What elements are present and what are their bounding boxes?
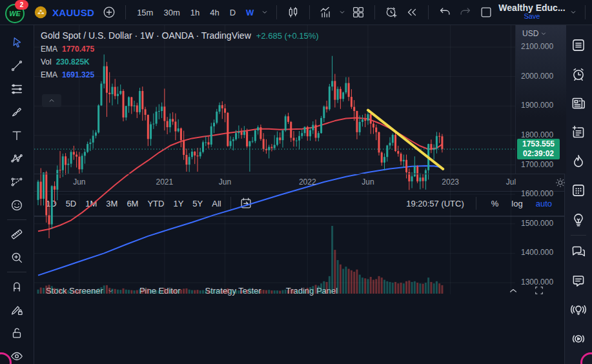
tool-magnet[interactable] (5, 275, 29, 298)
calendar-icon (570, 182, 587, 199)
indicator-label: Vol (41, 57, 52, 66)
interval-button-W[interactable]: W (241, 5, 258, 21)
axis-settings-gear-icon[interactable] (555, 177, 566, 188)
ideas-icon (570, 211, 587, 228)
sidebar-hotlists[interactable] (567, 147, 590, 176)
sidebar-streams[interactable] (567, 324, 590, 353)
indicator-value: 230.825K (56, 57, 90, 66)
layout-select-button[interactable] (476, 3, 496, 22)
candlestick-series (37, 54, 444, 238)
interval-button-4h[interactable]: 4h (205, 5, 223, 21)
indicators-icon (319, 5, 333, 19)
tool-text-tool[interactable] (5, 124, 29, 147)
sidebar-watchlist[interactable] (567, 30, 590, 59)
tool-drawing-lock[interactable] (5, 298, 29, 321)
price-axis-label: 1700.000 (521, 160, 553, 169)
ema-lines (38, 118, 442, 276)
undo-button[interactable] (435, 3, 454, 22)
redo-icon (458, 5, 473, 19)
candles-icon (286, 5, 300, 19)
layout-square-icon (479, 5, 493, 19)
account-menu-button[interactable]: WE 2 (4, 3, 26, 22)
indicators-dropdown-chevron-icon[interactable] (337, 7, 347, 17)
legend-collapse-button[interactable] (42, 94, 61, 107)
time-axis[interactable]: Jun2021Jun2022Jun2023Jul (34, 174, 564, 191)
toolbar-divider (428, 5, 429, 19)
last-price-value: 1753.555 (517, 139, 560, 149)
alerts-icon (570, 66, 587, 83)
sidebar-calendar[interactable] (567, 176, 590, 205)
symbol-description[interactable]: Gold Spot / U.S. Dollar · 1W · OANDA · T… (41, 30, 251, 41)
tool-lock-all[interactable] (5, 321, 29, 345)
indicator-legend-row[interactable]: EMA1691.325 (41, 70, 319, 79)
create-alert-button[interactable] (382, 3, 401, 22)
indicator-legend-row[interactable]: EMA1770.475 (41, 45, 319, 54)
save-button[interactable]: Save (524, 12, 540, 21)
chart-style-button[interactable] (283, 3, 303, 22)
layout-dropdown-chevron-icon[interactable] (568, 7, 578, 17)
interval-group: 15m30m1h4hDW (132, 5, 258, 21)
compare-add-symbol-button[interactable] (99, 3, 119, 22)
brush-icon (10, 105, 24, 119)
tool-zoom-in[interactable] (5, 246, 29, 269)
interval-button-1h[interactable]: 1h (186, 5, 204, 21)
magnet-icon (10, 279, 24, 294)
tool-ruler[interactable] (5, 223, 29, 246)
time-axis-label: Jul (506, 177, 516, 187)
zoom-in-icon (10, 250, 24, 265)
price-axis-label: 2100.000 (521, 42, 553, 51)
sidebar-ideas[interactable] (567, 205, 590, 234)
redo-button[interactable] (456, 3, 475, 22)
layout-name-button[interactable]: Wealthy Educ... Save (498, 4, 565, 21)
price-change-label: +2.685 (+0.15%) (256, 31, 319, 41)
chart-pane[interactable]: Gold Spot / U.S. Dollar · 1W · OANDA · T… (34, 25, 515, 174)
bar-countdown: 02:39:02 (517, 149, 560, 159)
undo-icon (438, 5, 452, 19)
time-axis-label: Jun (219, 177, 231, 187)
chart-legend: Gold Spot / U.S. Dollar · 1W · OANDA · T… (41, 30, 319, 79)
sidebar-chat[interactable] (567, 237, 590, 266)
right-sidebar (564, 25, 592, 364)
time-axis-label: Jun (362, 177, 374, 187)
interval-button-D[interactable]: D (225, 5, 240, 21)
streams-icon (570, 330, 587, 347)
top-toolbar: WE 2 XAUUSD 15m30m1h4hDW Wealthy Educ...… (0, 0, 592, 25)
interval-button-15m[interactable]: 15m (132, 5, 158, 21)
sidebar-broadcast[interactable] (567, 295, 590, 324)
currency-dropdown[interactable]: USD (522, 29, 547, 38)
symbol-search-button[interactable]: XAUUSD (30, 4, 98, 21)
tool-cursor[interactable] (5, 31, 29, 54)
indicator-legend-row[interactable]: Vol230.825K (41, 57, 319, 66)
replay-icon (405, 5, 419, 19)
indicator-label: EMA (41, 45, 57, 54)
sidebar-text-notes[interactable] (567, 117, 590, 147)
templates-grid-button[interactable] (349, 3, 368, 22)
tool-eye[interactable] (5, 345, 29, 364)
bar-replay-button[interactable] (402, 3, 422, 22)
tool-fib-retracement[interactable] (5, 77, 29, 101)
chevron-down-icon (568, 5, 578, 19)
interval-dropdown-chevron-icon[interactable] (260, 7, 270, 17)
sidebar-news[interactable] (567, 88, 590, 117)
price-axis-label: 1900.000 (521, 101, 553, 110)
tool-emoji[interactable] (5, 194, 29, 217)
price-axis-label: 1800.000 (521, 130, 553, 139)
tool-xabcd-pattern[interactable] (5, 147, 29, 170)
chevron-up-icon (47, 96, 56, 105)
price-axis[interactable]: USD 2100.0002000.0001900.0001800.0001700… (515, 25, 566, 174)
indicator-value: 1691.325 (62, 70, 94, 79)
tool-trend-line[interactable] (5, 54, 29, 77)
chevron-down-icon (337, 5, 347, 19)
auto-scale-button[interactable]: auto (533, 197, 555, 210)
interval-button-30m[interactable]: 30m (159, 5, 184, 21)
tool-prediction[interactable] (5, 170, 29, 194)
sidebar-messages[interactable] (567, 266, 590, 295)
time-axis-label: 2021 (156, 177, 174, 187)
notification-badge: 2 (15, 0, 28, 10)
sidebar-alerts[interactable] (567, 59, 590, 88)
indicators-button[interactable] (316, 3, 336, 22)
last-price-badge: 1753.555 02:39:02 (517, 139, 560, 159)
volume-series (37, 226, 444, 294)
tool-brush[interactable] (5, 101, 29, 124)
messages-icon (570, 272, 587, 289)
